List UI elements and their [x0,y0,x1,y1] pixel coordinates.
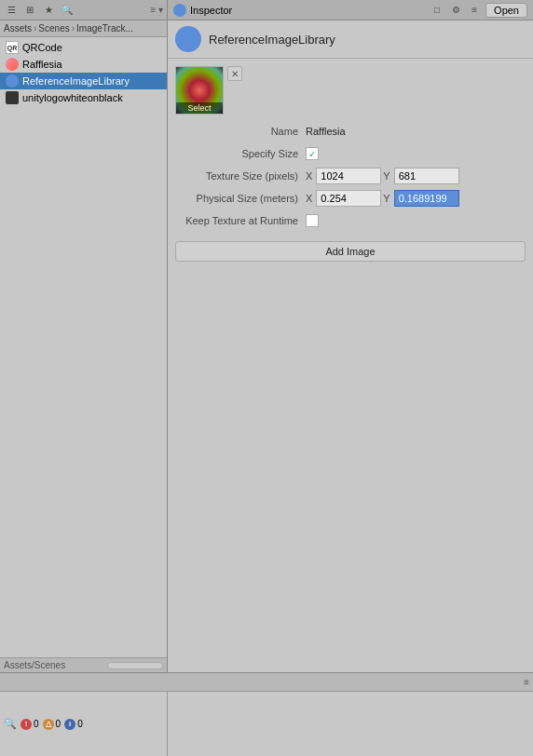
right-panel: ReferenceImageLibrary Select ✕ Name Raff… [168,20,533,672]
component-title: ReferenceImageLibrary [209,33,335,47]
texture-size-row: Texture Size (pixels) X Y [175,167,526,185]
console-status: 🔍 ! 0 △ 0 i 0 [0,692,168,756]
name-label: Name [175,126,306,137]
inspector-body: Select ✕ Name Rafflesia Specify Size Tex… [168,59,533,269]
flower-icon [6,58,19,71]
file-name-unity-logo: unitylogowhiteonblack [22,92,123,103]
left-panel-header: ☰ ⊞ ★ 🔍 ≡ ▾ [0,0,168,20]
console-area: 🔍 ! 0 △ 0 i 0 [0,692,533,756]
lock-icon[interactable]: □ [430,3,444,18]
error-count: 0 [34,719,39,729]
top-bar: ☰ ⊞ ★ 🔍 ≡ ▾ Inspector □ ⚙ ≡ Open [0,0,533,20]
inspector-tab: Inspector [173,4,232,17]
file-name-reference-library: ReferenceImageLibrary [22,75,130,87]
keep-texture-row: Keep Texture at Runtime [175,211,526,230]
search-console-btn[interactable]: 🔍 [4,718,17,730]
bottom-toolbar: ≡ [0,673,533,692]
left-add-btn[interactable]: ⊞ [22,3,37,18]
component-icon [175,26,201,52]
select-label: Select [176,102,223,114]
right-panel-header: Inspector □ ⚙ ≡ Open [168,0,533,20]
specify-size-label: Specify Size [175,148,306,159]
left-toolbar-icons: ☰ ⊞ ★ 🔍 [4,3,75,18]
texture-size-inputs: X Y [306,168,459,184]
breadcrumb-sep-1: › [34,23,36,34]
file-name-rafflesia: Rafflesia [22,59,62,70]
left-panel-indicator: ≡ ▾ [150,5,163,15]
left-bottom-bar: Assets/Scenes [0,657,167,672]
image-preview-row: Select ✕ [175,66,526,115]
error-icon: ! [20,719,32,730]
console-log [168,692,533,756]
left-menu-btn[interactable]: ☰ [4,3,19,18]
texture-y-input[interactable] [394,168,459,184]
qr-icon: QR [6,41,19,54]
right-toolbar-icons: □ ⚙ ≡ Open [430,3,527,18]
physical-size-inputs: X Y [306,190,459,207]
inspector-component-header: ReferenceImageLibrary [168,20,533,59]
name-row: Name Rafflesia [175,122,526,141]
physical-size-label: Physical Size (meters) [175,193,306,204]
left-star-btn[interactable]: ★ [41,3,56,18]
breadcrumb-assets[interactable]: Assets [4,23,32,34]
file-item-rafflesia[interactable]: Rafflesia [0,56,167,73]
bottom-panel: ≡ 🔍 ! 0 △ 0 i 0 [0,672,533,756]
breadcrumb-sep-2: › [72,23,75,34]
physical-y-input[interactable] [394,190,459,207]
error-status[interactable]: ! 0 [20,719,39,730]
warning-count: 0 [56,719,62,729]
physical-x-input[interactable] [316,190,381,207]
file-item-reference-library[interactable]: ReferenceImageLibrary [0,73,167,89]
warning-status[interactable]: △ 0 [43,719,62,730]
keep-texture-checkbox[interactable] [306,214,319,227]
texture-x-input[interactable] [316,168,381,184]
left-search-btn[interactable]: 🔍 [60,3,75,18]
left-panel: Assets › Scenes › ImageTrack... QR QRCod… [0,20,168,672]
info-count: 0 [77,719,83,729]
breadcrumb-imagetrack[interactable]: ImageTrack... [76,23,133,34]
scrollbar[interactable] [107,662,163,669]
file-item-unity-logo[interactable]: unitylogowhiteonblack [0,89,167,106]
collapse-icon: ≡ [524,677,529,687]
file-item-qrcode[interactable]: QR QRCode [0,39,167,56]
breadcrumb: Assets › Scenes › ImageTrack... [0,20,167,37]
remove-image-btn[interactable]: ✕ [227,66,242,81]
specify-size-checkbox[interactable] [306,147,319,160]
texture-x-label: X [306,170,312,182]
keep-texture-label: Keep Texture at Runtime [175,215,306,226]
specify-size-row: Specify Size [175,144,526,163]
file-list: QR QRCode Rafflesia ReferenceImageLibrar… [0,37,167,657]
info-status[interactable]: i 0 [64,719,83,730]
info-icon: i [64,719,75,730]
texture-size-label: Texture Size (pixels) [175,170,306,182]
physical-x-label: X [306,193,312,204]
lib-icon [6,74,19,88]
unity-icon [6,91,19,104]
physical-size-row: Physical Size (meters) X Y [175,189,526,208]
preview-image: Select [175,66,224,115]
texture-y-label: Y [383,170,390,182]
menu-icon[interactable]: ≡ [467,3,482,18]
inspector-tab-icon [173,4,186,17]
warning-icon: △ [43,719,54,730]
add-image-button[interactable]: Add Image [175,241,526,262]
inspector-tab-label: Inspector [190,5,232,16]
physical-y-label: Y [383,193,390,204]
gear-icon[interactable]: ⚙ [448,3,463,18]
assets-scenes-label: Assets/Scenes [4,660,65,670]
open-button[interactable]: Open [485,3,527,18]
main-layout: Assets › Scenes › ImageTrack... QR QRCod… [0,20,533,672]
name-value: Rafflesia [306,126,346,137]
breadcrumb-scenes[interactable]: Scenes [38,23,69,34]
file-name-qrcode: QRCode [22,42,62,53]
